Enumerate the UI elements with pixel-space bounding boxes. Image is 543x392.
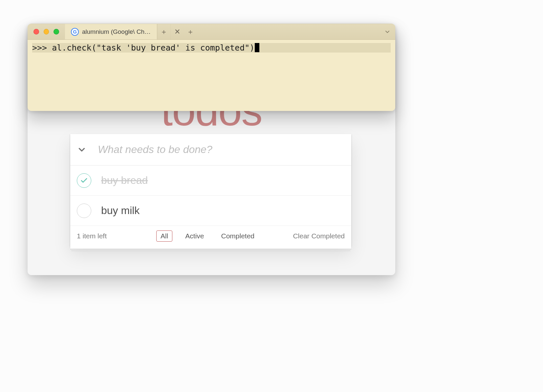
todo-footer: 1 item left All Active Completed Clear C… <box>70 226 351 246</box>
close-tab-button[interactable]: ✕ <box>171 24 184 39</box>
filter-completed[interactable]: Completed <box>217 230 259 242</box>
terminal-window: G alumnium (Google\ Chrom... ＋ ✕ ＋ >>> a… <box>28 24 395 111</box>
new-tab-button[interactable]: ＋ <box>157 24 170 39</box>
todo-checkbox[interactable] <box>77 204 91 218</box>
todo-label[interactable]: buy milk <box>101 205 345 217</box>
terminal-command: al.check("task 'buy bread' is completed"… <box>52 43 254 53</box>
filter-active[interactable]: Active <box>181 230 208 242</box>
check-icon <box>80 177 88 185</box>
tab-active[interactable]: G alumnium (Google\ Chrom... <box>65 24 157 39</box>
minimize-window-button[interactable] <box>44 29 49 34</box>
terminal-body[interactable]: >>> al.check("task 'buy bread' is comple… <box>28 40 395 108</box>
zoom-window-button[interactable] <box>54 29 59 34</box>
todo-checkbox[interactable] <box>77 173 91 188</box>
chevron-down-icon <box>384 29 391 35</box>
todo-card: buy bread buy milk 1 item left All Activ… <box>70 134 351 246</box>
items-left-count: 1 item left <box>77 232 136 240</box>
list-item: buy milk <box>70 196 351 226</box>
new-tab-button-2[interactable]: ＋ <box>184 24 197 39</box>
close-window-button[interactable] <box>33 29 39 34</box>
todo-label[interactable]: buy bread <box>101 174 345 186</box>
terminal-prompt: >>> <box>32 43 52 53</box>
filter-group: All Active Completed <box>136 230 279 242</box>
clear-completed-button[interactable]: Clear Completed <box>279 232 345 240</box>
chevron-down-icon <box>77 145 87 155</box>
filter-all[interactable]: All <box>156 230 172 242</box>
window-controls <box>28 24 65 39</box>
tab-title: alumnium (Google\ Chrom... <box>82 28 151 35</box>
tabs-menu-button[interactable] <box>384 24 391 40</box>
new-todo-row <box>70 134 351 165</box>
list-item: buy bread <box>70 165 351 196</box>
new-todo-input[interactable] <box>90 143 345 156</box>
tab-bar: G alumnium (Google\ Chrom... ＋ ✕ ＋ <box>28 24 395 40</box>
chrome-icon: G <box>71 28 79 36</box>
terminal-cursor <box>255 43 259 52</box>
toggle-all-button[interactable] <box>74 142 90 158</box>
